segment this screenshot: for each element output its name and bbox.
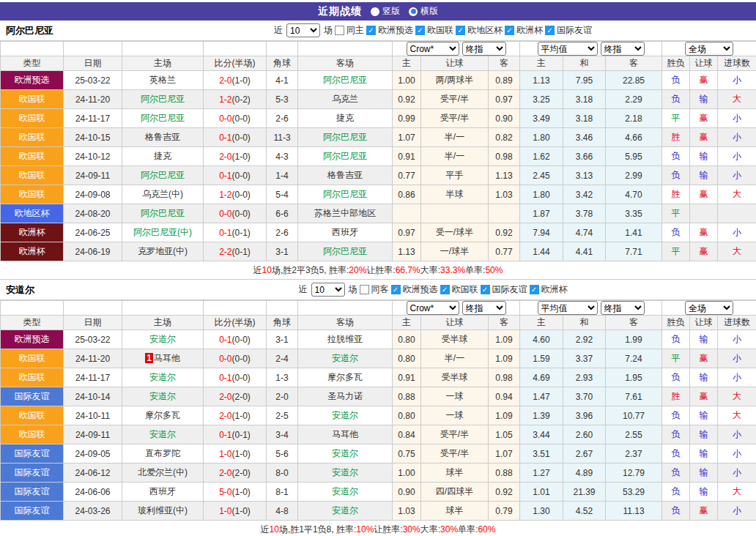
table-row: 欧国联24-10-12捷克2-0(1-0)4-3阿尔巴尼亚0.91半/一0.98… bbox=[1, 147, 756, 166]
home-team-name: 安道尔 bbox=[149, 372, 176, 382]
avg-away-cell: 7.61 bbox=[606, 387, 662, 406]
avg-draw-cell: 2.92 bbox=[563, 330, 606, 349]
final-odds-select-1[interactable]: 终指 bbox=[462, 42, 506, 56]
scope-select[interactable]: 全场 bbox=[685, 42, 733, 56]
home-team-name: 玻利维亚(中) bbox=[138, 505, 188, 515]
corners-cell: 2-5 bbox=[267, 406, 298, 425]
layout-option-horizontal[interactable]: 横版 bbox=[409, 5, 438, 18]
league-checkbox[interactable]: ✓ bbox=[456, 26, 465, 35]
full-time-score: 1-2 bbox=[219, 190, 231, 200]
home-team-cell: 西班牙 bbox=[122, 483, 204, 502]
average-select[interactable]: 平均值 bbox=[538, 301, 598, 315]
league-checkbox[interactable]: ✓ bbox=[545, 26, 555, 35]
away-team-cell: 格鲁吉亚 bbox=[298, 166, 393, 185]
date-cell: 24-06-25 bbox=[64, 223, 122, 242]
column-header: 主场 bbox=[122, 56, 204, 71]
away-team-cell: 圣马力诺 bbox=[298, 387, 393, 406]
crow-home-odds-cell: 1.13 bbox=[393, 242, 421, 261]
crow-away-odds-cell: 0.98 bbox=[489, 147, 520, 166]
table-row: 欧国联24-09-11阿尔巴尼亚0-1(0-0)1-4格鲁吉亚0.77平手1.1… bbox=[1, 166, 756, 185]
league-checkbox[interactable]: ✓ bbox=[481, 285, 490, 294]
league-label: 国际友谊 bbox=[492, 283, 527, 296]
match-count-select[interactable]: 10 bbox=[311, 283, 345, 297]
avg-away-cell: 1.95 bbox=[606, 368, 662, 387]
away-team-name: 格鲁吉亚 bbox=[327, 170, 363, 180]
away-team-cell: 捷克 bbox=[298, 109, 393, 128]
handicap-result-cell: 赢 bbox=[690, 185, 718, 204]
matches-table: Crow*终指平均值终指全场类型日期主场比分(半场)角球客场主让球客主和客胜负让… bbox=[0, 41, 756, 261]
page-title: 近期战绩 bbox=[318, 5, 362, 18]
crow-away-odds-cell: 1.09 bbox=[489, 406, 520, 425]
radio-unchecked-icon[interactable] bbox=[371, 7, 379, 16]
summary-text-part: 50% bbox=[485, 265, 503, 275]
away-team-cell: 安道尔 bbox=[298, 444, 393, 464]
handicap-cell: 一球 bbox=[421, 406, 489, 425]
final-odds-select-2[interactable]: 终指 bbox=[601, 42, 645, 56]
home-team-cell: 英格兰 bbox=[122, 71, 204, 90]
same-venue-checkbox[interactable] bbox=[335, 26, 344, 35]
handicap-result-cell: 赢 bbox=[690, 223, 718, 242]
date-cell: 24-09-11 bbox=[64, 425, 122, 444]
avg-home-cell: 1.87 bbox=[520, 204, 563, 223]
layout-option-vertical[interactable]: 竖版 bbox=[371, 5, 400, 18]
goals-cell: 大 bbox=[718, 406, 756, 425]
goals-cell: 大 bbox=[718, 185, 756, 204]
handicap-result-cell: 输 bbox=[690, 483, 718, 502]
crow-away-odds-cell: 1.13 bbox=[489, 166, 520, 185]
scope-select[interactable]: 全场 bbox=[685, 301, 733, 315]
table-row: 欧国联24-10-11摩尔多瓦2-0(1-0)2-5安道尔0.80一球1.091… bbox=[1, 406, 756, 425]
games-label: 场 bbox=[324, 24, 333, 37]
full-time-score: 2-0 bbox=[219, 411, 231, 421]
full-time-score: 2-2 bbox=[219, 247, 231, 257]
crow-odds-group-cell: Crow*终指 bbox=[393, 301, 520, 316]
type-badge-cell: 欧国联 bbox=[1, 406, 64, 425]
league-checkbox[interactable]: ✓ bbox=[366, 26, 376, 35]
column-header: 主场 bbox=[122, 316, 204, 330]
column-header: 日期 bbox=[64, 316, 122, 330]
handicap-cell: 半球 bbox=[421, 185, 489, 204]
away-team-name: 安道尔 bbox=[332, 486, 358, 496]
average-select[interactable]: 平均值 bbox=[538, 42, 598, 56]
avg-draw-cell: 3.46 bbox=[563, 128, 606, 147]
final-odds-select-2[interactable]: 终指 bbox=[601, 301, 645, 315]
handicap-result-cell: 赢 bbox=[690, 349, 718, 368]
away-team-cell: 摩尔多瓦 bbox=[298, 368, 393, 387]
league-checkbox[interactable]: ✓ bbox=[415, 26, 425, 35]
full-time-score: 0-1 bbox=[219, 430, 231, 440]
away-team-cell: 阿尔巴尼亚 bbox=[298, 242, 393, 261]
match-filter: 近10场同主✓欧洲预选✓欧国联✓欧地区杯✓欧洲杯✓国际友谊 bbox=[116, 23, 750, 37]
avg-draw-cell: 3.78 bbox=[563, 204, 606, 223]
home-team-cell: 阿尔巴尼亚(中) bbox=[122, 223, 204, 242]
table-row: 欧国联24-10-15格鲁吉亚0-1(0-0)11-3阿尔巴尼亚1.07半/一0… bbox=[1, 128, 756, 147]
result-cell: 负 bbox=[662, 406, 690, 425]
result-cell: 负 bbox=[662, 71, 690, 90]
avg-home-cell: 7.94 bbox=[520, 223, 563, 242]
home-team-name: 格鲁吉亚 bbox=[145, 132, 180, 142]
type-badge-cell: 国际友谊 bbox=[1, 464, 64, 483]
league-checkbox[interactable]: ✓ bbox=[505, 26, 514, 35]
score-cell: 2-0(2-0) bbox=[204, 387, 267, 406]
avg-away-cell: 12.79 bbox=[606, 464, 662, 483]
type-badge-cell: 国际友谊 bbox=[1, 483, 64, 502]
final-odds-select-1[interactable]: 终指 bbox=[462, 301, 506, 315]
summary-text-part: 大率: bbox=[420, 524, 440, 536]
league-checkbox[interactable]: ✓ bbox=[530, 285, 539, 294]
match-count-select[interactable]: 10 bbox=[286, 23, 320, 37]
scope-group-cell: 全场 bbox=[662, 301, 756, 316]
result-cell: 负 bbox=[662, 483, 690, 502]
column-header: 角球 bbox=[267, 316, 298, 330]
table-row: 国际友谊24-10-14安道尔2-0(2-0)2-0圣马力诺0.88一球0.94… bbox=[1, 387, 756, 406]
result-cell: 平 bbox=[662, 109, 690, 128]
half-time-score: (1-0) bbox=[232, 449, 251, 459]
odds-source-select[interactable]: Crow* bbox=[407, 42, 459, 56]
away-team-cell: 拉脱维亚 bbox=[298, 330, 393, 349]
league-checkbox[interactable]: ✓ bbox=[440, 285, 450, 294]
same-venue-checkbox[interactable] bbox=[360, 285, 369, 294]
radio-checked-icon[interactable] bbox=[409, 7, 418, 16]
record-summary: 近10场,胜2平3负5, 胜率:20% 让胜率:66.7% 大率:33.3% 单… bbox=[0, 261, 756, 280]
odds-source-select[interactable]: Crow* bbox=[407, 301, 459, 315]
league-checkbox[interactable]: ✓ bbox=[391, 285, 401, 294]
goals-cell: 大 bbox=[718, 90, 756, 109]
column-header: 让球 bbox=[690, 56, 718, 71]
avg-away-cell: 7.24 bbox=[606, 349, 662, 368]
